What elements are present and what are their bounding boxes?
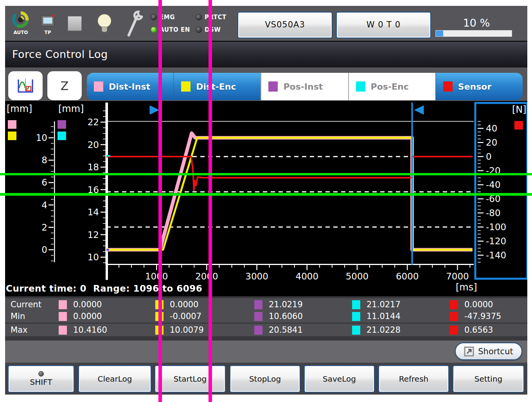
force-log-plot: 1000200030004000500060007000024681010121… <box>5 101 527 296</box>
swatch <box>155 312 164 321</box>
shortcut-button[interactable]: Shortcut <box>455 343 522 360</box>
lamp-button[interactable] <box>96 11 113 39</box>
ms-axis-unit-label: [ms] <box>456 282 477 293</box>
sensor-axis-swatch <box>514 121 523 130</box>
mm-axis1-unit-label: [mm] <box>7 103 32 114</box>
value: 21.0219 <box>269 300 303 309</box>
svg-text:22: 22 <box>88 117 99 127</box>
swatch <box>352 300 360 309</box>
value: 20.5841 <box>269 325 303 335</box>
pos-enc-swatch <box>356 81 365 92</box>
page-title: Force Control Log <box>5 42 527 67</box>
svg-text:14: 14 <box>88 207 99 217</box>
indicator-prtct: PRTCT <box>196 14 226 21</box>
svg-text:18: 18 <box>88 162 99 172</box>
legend-strip: Dist-Inst Dist-Enc Pos-Inst Pos-Enc Sens… <box>87 73 523 100</box>
maintenance-button[interactable] <box>123 9 144 40</box>
robot-type-button[interactable]: VS050A3 <box>237 12 332 38</box>
swatch <box>59 300 67 309</box>
setting-button[interactable]: Setting <box>453 365 524 393</box>
swatch <box>254 312 262 321</box>
z-axis-label: Z <box>61 79 69 93</box>
speed-progress-bar <box>435 30 512 37</box>
pos-inst-axis-swatch <box>58 120 66 129</box>
legend-toggle-pos-inst[interactable]: Pos-Inst <box>261 73 348 100</box>
tp-icon <box>40 12 56 29</box>
shift-button[interactable]: SHIFT <box>8 365 74 393</box>
wrench-icon <box>123 9 144 39</box>
shortcut-label: Shortcut <box>478 347 513 356</box>
value: 0.0000 <box>464 300 493 309</box>
auto-mode-icon <box>12 11 30 29</box>
svg-text:-80: -80 <box>486 208 501 218</box>
stop-square-icon <box>68 16 82 31</box>
n-axis-unit-label: [N] <box>512 104 527 115</box>
sensor-label: Sensor <box>458 82 492 92</box>
svg-text:3000: 3000 <box>245 271 268 281</box>
toolbar: AUTO TP EMG <box>5 6 527 42</box>
dsw-label: DSW <box>205 26 221 33</box>
svg-text:0: 0 <box>486 151 492 162</box>
legend-toggle-dist-inst[interactable]: Dist-Inst <box>87 73 173 100</box>
prtct-led-icon <box>196 14 202 20</box>
stop-button[interactable] <box>68 16 83 32</box>
speed-progress-fill <box>436 31 443 36</box>
svg-text:5000: 5000 <box>346 271 369 281</box>
svg-text:40: 40 <box>486 123 497 133</box>
pos-inst-label: Pos-Inst <box>283 82 323 92</box>
svg-text:16: 16 <box>88 185 99 195</box>
dist-inst-label: Dist-Inst <box>109 82 150 92</box>
current-time-range-status: Current time: 0 Range: 1096 to 6096 <box>6 283 202 294</box>
shortcut-icon <box>464 346 474 357</box>
stop-log-button[interactable]: StopLog <box>230 365 300 393</box>
svg-text:10: 10 <box>36 133 47 143</box>
indicator-dsw: DSW <box>196 26 221 33</box>
legend-toggle-sensor[interactable]: Sensor <box>435 73 523 100</box>
swatch <box>155 326 164 335</box>
start-log-button[interactable]: StartLog <box>155 365 226 393</box>
svg-text:-60: -60 <box>486 194 501 204</box>
svg-text:6000: 6000 <box>396 271 419 281</box>
value: 10.0079 <box>170 325 204 335</box>
svg-text:4: 4 <box>41 200 47 210</box>
pos-enc-label: Pos-Enc <box>371 82 409 92</box>
graph-view-icon <box>16 77 35 94</box>
legend-toggle-dist-enc[interactable]: Dist-Enc <box>173 73 261 100</box>
swatch <box>352 326 360 335</box>
indicator-emg: EMG <box>151 14 175 21</box>
emg-label: EMG <box>160 14 175 21</box>
tp-label: TP <box>38 30 58 35</box>
tp-button[interactable]: TP <box>38 12 58 35</box>
z-axis-button[interactable]: Z <box>47 71 82 100</box>
graph-view-button[interactable] <box>8 71 43 100</box>
auto-en-led-icon <box>151 27 157 33</box>
pos-enc-axis-swatch <box>58 132 66 140</box>
refresh-button[interactable]: Refresh <box>378 365 449 393</box>
clear-log-button[interactable]: ClearLog <box>78 365 151 393</box>
auto-mode-button[interactable]: AUTO <box>10 11 32 35</box>
teach-pendant-screen: AUTO TP EMG <box>0 0 532 402</box>
auto-en-label: AUTO EN <box>160 26 190 33</box>
swatch <box>254 326 262 335</box>
mm-axis2-unit-label: [mm] <box>58 103 84 114</box>
svg-text:-20: -20 <box>486 166 501 176</box>
dist-inst-axis-swatch <box>8 120 16 129</box>
svg-text:1000: 1000 <box>145 271 168 281</box>
legend-toggle-pos-enc[interactable]: Pos-Enc <box>348 73 435 100</box>
svg-text:7000: 7000 <box>446 271 469 281</box>
dist-enc-swatch <box>181 81 191 92</box>
row-label: Current <box>11 300 41 309</box>
value: 10.4160 <box>73 325 107 335</box>
dist-enc-label: Dist-Enc <box>196 82 236 92</box>
dist-enc-axis-swatch <box>8 132 16 140</box>
save-log-button[interactable]: SaveLog <box>304 365 375 393</box>
swatch <box>59 326 67 335</box>
swatch <box>450 300 458 309</box>
work-tool-button[interactable]: W 0 T 0 <box>336 12 431 38</box>
value: -47.9375 <box>464 312 501 321</box>
svg-text:0: 0 <box>41 245 47 255</box>
value: 11.0144 <box>367 312 401 321</box>
svg-text:-100: -100 <box>486 222 506 232</box>
value-table: Current 0.0000 0.0000 21.0219 21.0217 0.… <box>5 296 527 341</box>
svg-text:12: 12 <box>88 230 99 240</box>
